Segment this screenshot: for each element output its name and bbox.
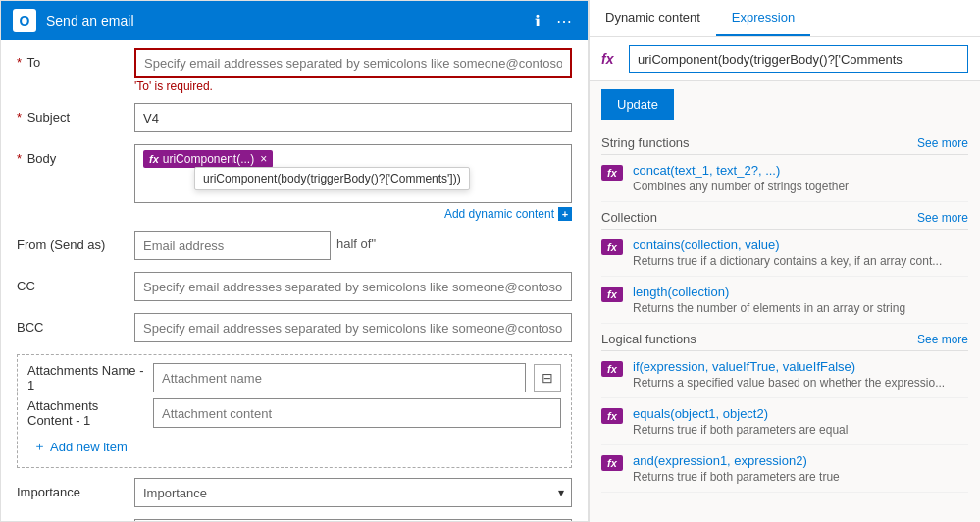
expression-bar: fx [590,37,980,81]
if-name: if(expression, valueIfTrue, valueIfFalse… [633,359,968,374]
tab-expression[interactable]: Expression [716,0,810,36]
and-name: and(expression1, expression2) [633,453,968,468]
length-fx-badge: fx [601,287,623,302]
logical-functions-title: Logical functions [601,332,696,346]
required-star-body: * [17,151,22,166]
plus-icon: ＋ [33,438,46,455]
importance-label: Importance [17,478,134,499]
outlook-icon: O [13,9,36,32]
length-details: length(collection) Returns the number of… [633,285,968,315]
to-input[interactable] [134,48,572,78]
add-item-label: Add new item [50,440,128,454]
cc-row: CC [17,272,572,303]
tab-dynamic-content[interactable]: Dynamic content [590,0,716,36]
fx-icon-token: fx [149,153,159,165]
bcc-row: BCC [17,313,572,344]
panel-header: O Send an email ℹ ⋯ [1,1,588,40]
if-details: if(expression, valueIfTrue, valueIfFalse… [633,359,968,390]
bcc-label: BCC [17,313,134,335]
attachment-content-input[interactable] [153,398,561,428]
logical-functions-see-more[interactable]: See more [917,333,968,346]
form-body: * To 'To' is required. * Subject * Body [1,40,588,522]
attachment-name-label: Attachments Name - 1 [27,363,145,392]
collection-see-more[interactable]: See more [917,211,968,225]
concat-details: concat(text_1, text_2?, ...) Combines an… [633,163,968,193]
panel-header-icons: ℹ ⋯ [531,10,576,32]
token-close-icon[interactable]: × [260,152,267,166]
body-row: * Body fx uriComponent(...) × uriCompone… [17,144,572,221]
expression-fx-icon: fx [601,51,621,67]
subject-input[interactable] [134,103,572,132]
concat-fx-badge: fx [601,165,623,181]
function-item-length[interactable]: fx length(collection) Returns the number… [601,277,968,324]
string-functions-see-more[interactable]: See more [917,136,968,150]
contains-fx-badge: fx [601,239,623,255]
contains-name: contains(collection, value) [633,237,968,252]
body-tooltip: uriComponent(body(triggerBody()?['Commen… [194,167,470,190]
left-panel: O Send an email ℹ ⋯ * To 'To' is require… [0,0,589,522]
function-item-contains[interactable]: fx contains(collection, value) Returns t… [601,230,968,277]
body-field-wrapper[interactable]: fx uriComponent(...) × uriComponent(body… [134,144,572,203]
functions-list: String functions See more fx concat(text… [590,128,980,522]
logical-functions-section: Logical functions See more [601,324,968,351]
from-row: From (Send as) half of" [17,231,572,262]
from-label: From (Send as) [17,231,134,252]
body-token-chip[interactable]: fx uriComponent(...) × [143,150,273,168]
right-panel: Dynamic content Expression fx Update Str… [589,0,980,522]
update-button[interactable]: Update [601,89,674,120]
cc-input[interactable] [134,272,572,301]
cc-label: CC [17,272,134,293]
from-hint: half of" [331,231,376,251]
required-star-subject: * [17,110,22,125]
function-item-and[interactable]: fx and(expression1, expression2) Returns… [601,445,968,493]
to-error: 'To' is required. [134,79,572,93]
if-fx-badge: fx [601,361,623,377]
function-item-if[interactable]: fx if(expression, valueIfTrue, valueIfFa… [601,351,968,398]
if-desc: Returns a specified value based on wheth… [633,376,968,390]
and-desc: Returns true if both parameters are true [633,470,968,484]
attachment-content-row: Attachments Content - 1 [27,398,561,428]
bcc-input[interactable] [134,313,572,342]
body-field-container: fx uriComponent(...) × uriComponent(body… [134,144,572,221]
equals-fx-badge: fx [601,408,623,424]
function-item-concat[interactable]: fx concat(text_1, text_2?, ...) Combines… [601,155,968,202]
string-functions-section: String functions See more [601,128,968,155]
collection-section: Collection See more [601,202,968,230]
equals-desc: Returns true if both parameters are equa… [633,423,968,437]
to-label: * To [17,48,134,70]
attachment-name-row: Attachments Name - 1 ⊟ [27,363,561,392]
contains-desc: Returns true if a dictionary contains a … [633,254,968,268]
concat-name: concat(text_1, text_2?, ...) [633,163,968,178]
to-field-wrapper: 'To' is required. [134,48,572,93]
length-desc: Returns the number of elements in an arr… [633,301,968,315]
required-star: * [17,55,22,70]
attachment-options-icon[interactable]: ⊟ [534,364,561,392]
string-functions-title: String functions [601,135,690,150]
equals-details: equals(object1, object2) Returns true if… [633,406,968,437]
concat-desc: Combines any number of strings together [633,180,968,193]
importance-row: Importance Importance Low Normal High ▾ [17,478,572,509]
subject-label: * Subject [17,103,134,125]
collection-title: Collection [601,210,657,225]
more-icon[interactable]: ⋯ [552,10,576,32]
and-details: and(expression1, expression2) Returns tr… [633,453,968,484]
attachment-content-label: Attachments Content - 1 [27,398,145,428]
importance-select-wrapper: Importance Low Normal High ▾ [134,478,572,507]
right-panel-tabs: Dynamic content Expression [590,0,980,37]
function-item-equals[interactable]: fx equals(object1, object2) Returns true… [601,398,968,445]
to-row: * To 'To' is required. [17,48,572,93]
add-dynamic-label: Add dynamic content [444,207,554,221]
from-input[interactable] [134,231,331,260]
add-dynamic-icon[interactable]: + [558,207,572,221]
body-label: * Body [17,144,134,166]
importance-select[interactable]: Importance Low Normal High [134,478,572,507]
expression-input[interactable] [629,45,968,73]
token-label: uriComponent(...) [163,152,254,166]
subject-row: * Subject [17,103,572,134]
add-item-button[interactable]: ＋ Add new item [27,434,133,459]
info-icon[interactable]: ℹ [531,10,544,32]
add-dynamic-content[interactable]: Add dynamic content + [134,207,572,221]
length-name: length(collection) [633,285,968,299]
attachment-name-input[interactable] [153,363,526,392]
contains-details: contains(collection, value) Returns true… [633,237,968,268]
